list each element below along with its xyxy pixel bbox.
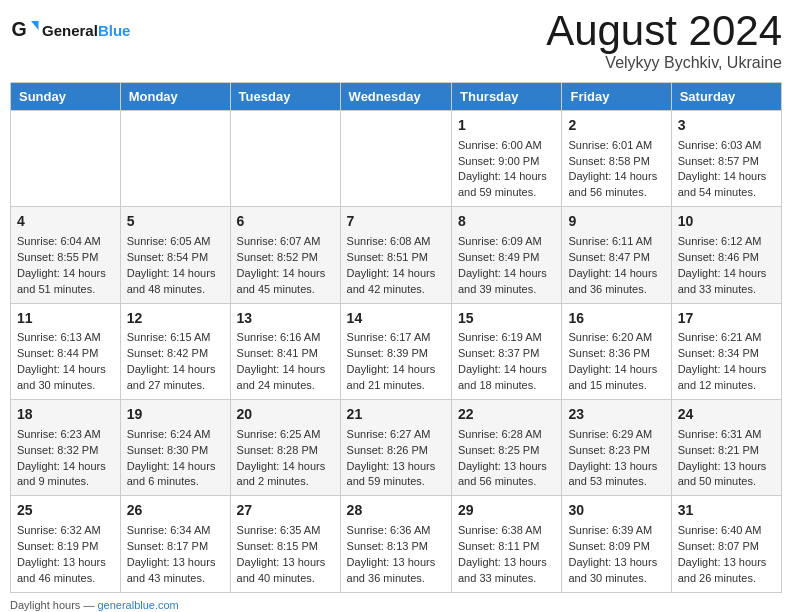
weekday-header: Monday	[120, 83, 230, 111]
page-title: August 2024	[546, 10, 782, 52]
svg-text:G: G	[12, 18, 27, 40]
day-number: 3	[678, 116, 775, 136]
day-number: 16	[568, 309, 664, 329]
logo-general: General	[42, 22, 98, 39]
calendar-cell: 21Sunrise: 6:27 AM Sunset: 8:26 PM Dayli…	[340, 400, 451, 496]
day-info: Sunrise: 6:28 AM Sunset: 8:25 PM Dayligh…	[458, 427, 555, 491]
day-info: Sunrise: 6:29 AM Sunset: 8:23 PM Dayligh…	[568, 427, 664, 491]
calendar-cell: 5Sunrise: 6:05 AM Sunset: 8:54 PM Daylig…	[120, 207, 230, 303]
logo-icon: G	[10, 15, 40, 45]
svg-marker-1	[31, 21, 39, 30]
day-number: 28	[347, 501, 445, 521]
day-number: 11	[17, 309, 114, 329]
calendar-cell: 25Sunrise: 6:32 AM Sunset: 8:19 PM Dayli…	[11, 496, 121, 592]
day-number: 2	[568, 116, 664, 136]
calendar-cell: 23Sunrise: 6:29 AM Sunset: 8:23 PM Dayli…	[562, 400, 671, 496]
calendar-cell	[230, 111, 340, 207]
footer-text: Daylight hours	[10, 599, 80, 611]
calendar-cell: 22Sunrise: 6:28 AM Sunset: 8:25 PM Dayli…	[452, 400, 562, 496]
day-info: Sunrise: 6:38 AM Sunset: 8:11 PM Dayligh…	[458, 523, 555, 587]
day-number: 5	[127, 212, 224, 232]
day-number: 17	[678, 309, 775, 329]
day-number: 19	[127, 405, 224, 425]
calendar-cell: 10Sunrise: 6:12 AM Sunset: 8:46 PM Dayli…	[671, 207, 781, 303]
calendar-week-row: 25Sunrise: 6:32 AM Sunset: 8:19 PM Dayli…	[11, 496, 782, 592]
calendar-cell: 17Sunrise: 6:21 AM Sunset: 8:34 PM Dayli…	[671, 303, 781, 399]
calendar-cell: 16Sunrise: 6:20 AM Sunset: 8:36 PM Dayli…	[562, 303, 671, 399]
day-number: 31	[678, 501, 775, 521]
day-number: 29	[458, 501, 555, 521]
day-number: 21	[347, 405, 445, 425]
calendar-cell: 8Sunrise: 6:09 AM Sunset: 8:49 PM Daylig…	[452, 207, 562, 303]
calendar-cell: 26Sunrise: 6:34 AM Sunset: 8:17 PM Dayli…	[120, 496, 230, 592]
day-info: Sunrise: 6:35 AM Sunset: 8:15 PM Dayligh…	[237, 523, 334, 587]
calendar-cell: 27Sunrise: 6:35 AM Sunset: 8:15 PM Dayli…	[230, 496, 340, 592]
day-info: Sunrise: 6:04 AM Sunset: 8:55 PM Dayligh…	[17, 234, 114, 298]
weekday-header: Sunday	[11, 83, 121, 111]
day-info: Sunrise: 6:23 AM Sunset: 8:32 PM Dayligh…	[17, 427, 114, 491]
day-info: Sunrise: 6:21 AM Sunset: 8:34 PM Dayligh…	[678, 330, 775, 394]
header: G GeneralBlue August 2024 Velykyy Bychki…	[10, 10, 782, 72]
calendar-cell: 11Sunrise: 6:13 AM Sunset: 8:44 PM Dayli…	[11, 303, 121, 399]
day-number: 13	[237, 309, 334, 329]
day-info: Sunrise: 6:36 AM Sunset: 8:13 PM Dayligh…	[347, 523, 445, 587]
day-number: 24	[678, 405, 775, 425]
day-number: 23	[568, 405, 664, 425]
day-info: Sunrise: 6:24 AM Sunset: 8:30 PM Dayligh…	[127, 427, 224, 491]
weekday-header: Friday	[562, 83, 671, 111]
day-number: 15	[458, 309, 555, 329]
day-info: Sunrise: 6:11 AM Sunset: 8:47 PM Dayligh…	[568, 234, 664, 298]
day-info: Sunrise: 6:16 AM Sunset: 8:41 PM Dayligh…	[237, 330, 334, 394]
calendar-cell: 1Sunrise: 6:00 AM Sunset: 9:00 PM Daylig…	[452, 111, 562, 207]
day-number: 25	[17, 501, 114, 521]
logo: G GeneralBlue	[10, 15, 130, 45]
day-number: 6	[237, 212, 334, 232]
day-info: Sunrise: 6:08 AM Sunset: 8:51 PM Dayligh…	[347, 234, 445, 298]
day-info: Sunrise: 6:05 AM Sunset: 8:54 PM Dayligh…	[127, 234, 224, 298]
day-number: 12	[127, 309, 224, 329]
day-number: 1	[458, 116, 555, 136]
footer-source[interactable]: generalblue.com	[97, 599, 178, 611]
calendar-cell: 30Sunrise: 6:39 AM Sunset: 8:09 PM Dayli…	[562, 496, 671, 592]
day-info: Sunrise: 6:19 AM Sunset: 8:37 PM Dayligh…	[458, 330, 555, 394]
calendar-cell: 28Sunrise: 6:36 AM Sunset: 8:13 PM Dayli…	[340, 496, 451, 592]
day-info: Sunrise: 6:34 AM Sunset: 8:17 PM Dayligh…	[127, 523, 224, 587]
title-block: August 2024 Velykyy Bychkiv, Ukraine	[546, 10, 782, 72]
weekday-header: Saturday	[671, 83, 781, 111]
day-number: 22	[458, 405, 555, 425]
calendar-cell: 6Sunrise: 6:07 AM Sunset: 8:52 PM Daylig…	[230, 207, 340, 303]
calendar-cell	[11, 111, 121, 207]
weekday-header: Thursday	[452, 83, 562, 111]
day-info: Sunrise: 6:09 AM Sunset: 8:49 PM Dayligh…	[458, 234, 555, 298]
calendar-cell: 13Sunrise: 6:16 AM Sunset: 8:41 PM Dayli…	[230, 303, 340, 399]
calendar-table: SundayMondayTuesdayWednesdayThursdayFrid…	[10, 82, 782, 593]
calendar-cell: 31Sunrise: 6:40 AM Sunset: 8:07 PM Dayli…	[671, 496, 781, 592]
day-info: Sunrise: 6:20 AM Sunset: 8:36 PM Dayligh…	[568, 330, 664, 394]
day-info: Sunrise: 6:03 AM Sunset: 8:57 PM Dayligh…	[678, 138, 775, 202]
calendar-cell	[340, 111, 451, 207]
calendar-cell: 19Sunrise: 6:24 AM Sunset: 8:30 PM Dayli…	[120, 400, 230, 496]
calendar-cell: 20Sunrise: 6:25 AM Sunset: 8:28 PM Dayli…	[230, 400, 340, 496]
calendar-week-row: 18Sunrise: 6:23 AM Sunset: 8:32 PM Dayli…	[11, 400, 782, 496]
day-number: 30	[568, 501, 664, 521]
calendar-week-row: 11Sunrise: 6:13 AM Sunset: 8:44 PM Dayli…	[11, 303, 782, 399]
day-info: Sunrise: 6:32 AM Sunset: 8:19 PM Dayligh…	[17, 523, 114, 587]
day-number: 8	[458, 212, 555, 232]
day-info: Sunrise: 6:27 AM Sunset: 8:26 PM Dayligh…	[347, 427, 445, 491]
calendar-cell: 24Sunrise: 6:31 AM Sunset: 8:21 PM Dayli…	[671, 400, 781, 496]
day-number: 14	[347, 309, 445, 329]
calendar-header-row: SundayMondayTuesdayWednesdayThursdayFrid…	[11, 83, 782, 111]
day-info: Sunrise: 6:39 AM Sunset: 8:09 PM Dayligh…	[568, 523, 664, 587]
day-info: Sunrise: 6:00 AM Sunset: 9:00 PM Dayligh…	[458, 138, 555, 202]
day-number: 7	[347, 212, 445, 232]
day-info: Sunrise: 6:12 AM Sunset: 8:46 PM Dayligh…	[678, 234, 775, 298]
calendar-cell: 4Sunrise: 6:04 AM Sunset: 8:55 PM Daylig…	[11, 207, 121, 303]
day-number: 26	[127, 501, 224, 521]
page-subtitle: Velykyy Bychkiv, Ukraine	[546, 54, 782, 72]
weekday-header: Tuesday	[230, 83, 340, 111]
calendar-week-row: 1Sunrise: 6:00 AM Sunset: 9:00 PM Daylig…	[11, 111, 782, 207]
calendar-week-row: 4Sunrise: 6:04 AM Sunset: 8:55 PM Daylig…	[11, 207, 782, 303]
calendar-cell: 2Sunrise: 6:01 AM Sunset: 8:58 PM Daylig…	[562, 111, 671, 207]
day-number: 9	[568, 212, 664, 232]
day-info: Sunrise: 6:15 AM Sunset: 8:42 PM Dayligh…	[127, 330, 224, 394]
